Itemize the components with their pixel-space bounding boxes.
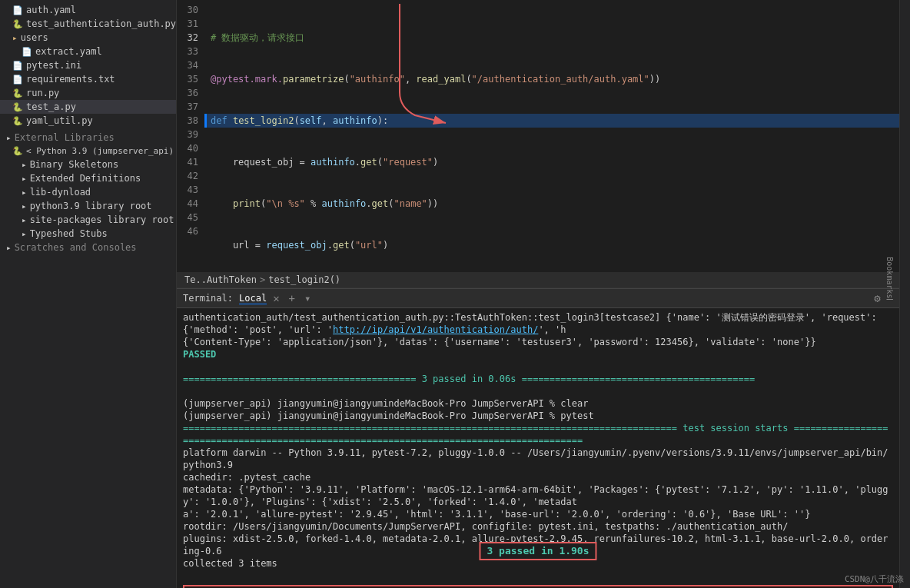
code-lines: # 数据驱动，请求接口 @pytest.mark.parametrize("au… [204,0,899,288]
terminal-passed-1: PASSED [183,348,893,360]
terminal-separator-1: ========================================… [183,373,893,385]
sidebar-right: Bookmarks [899,0,910,588]
terminal-container: Terminal: Local ✕ + ▾ ⚙ — authentication… [177,288,899,588]
sidebar-item-requirements[interactable]: 📄 requirements.txt [0,72,176,86]
sidebar-item-users[interactable]: ▸ users [0,31,176,45]
external-libs-icon: ▸ [6,133,12,143]
sidebar-item-yaml-util[interactable]: 🐍 yaml_util.py [0,114,176,128]
terminal-metadata-1: metadata: {'Python': '3.9.11', 'Platform… [183,483,893,508]
sidebar-item-python39[interactable]: 🐍 < Python 3.9 (jumpserver_api) > /u... [0,145,176,158]
python39-lib-icon: ▸ [22,201,27,211]
terminal-rootdir: rootdir: /Users/jiangyumin/Documents/Jum… [183,520,893,533]
terminal-line: authentication_auth/test_authentication_… [183,311,893,336]
py-file-icon: 🐍 [12,19,23,29]
scratches-icon: ▸ [6,243,12,253]
yaml-file-icon: 📄 [12,5,23,15]
sidebar-item-site-packages[interactable]: ▸ site-packages library root [0,213,176,227]
terminal-settings-icon[interactable]: ⚙ [874,292,880,304]
terminal-highlight-box: authentication_auth/test_authentication_… [183,585,893,588]
add-terminal-button[interactable]: ✕ [273,292,279,304]
sidebar-item-run-py[interactable]: 🐍 run.py [0,86,176,100]
test-a-icon: 🐍 [12,102,23,112]
sidebar-item-typeshed[interactable]: ▸ Typeshed Stubs [0,227,176,241]
bookmarks-label: Bookmarks [885,257,893,298]
terminal-cmd-clear: (jumpserver_api) jiangyumin@jiangyuminde… [183,397,893,410]
terminal-tab-local[interactable]: Local [239,293,267,304]
yaml-util-icon: 🐍 [12,116,23,126]
terminal-session-start: ========================================… [183,422,893,447]
folder-icon: ▸ [12,33,18,43]
breadcrumb: Te..AuthToken > test_login2() [177,272,899,288]
sidebar-item-binary-skeletons[interactable]: ▸ Binary Skeletons [0,158,176,171]
sidebar-item-extract-yaml[interactable]: 📄 extract.yaml [0,45,176,58]
site-packages-icon: ▸ [22,215,27,225]
terminal-cachedir: cachedir: .pytest_cache [183,471,893,483]
sidebar-item-external-libs[interactable]: ▸ External Libraries [0,131,176,145]
split-terminal-button[interactable]: + [289,292,295,304]
terminal-platform: platform darwin -- Python 3.9.11, pytest… [183,447,893,471]
code-editor: 30 31 32 33 34 35 36 37 38 39 40 41 42 4… [177,0,899,288]
terminal-cmd-pytest: (jumpserver_api) jiangyumin@jiangyuminde… [183,410,893,422]
txt-file-icon: 📄 [12,75,23,85]
run-py-icon: 🐍 [12,88,23,98]
terminal-tabs: Terminal: Local ✕ + ▾ [183,292,311,304]
terminal-metadata-2: a': '2.0.1', 'allure-pytest': '2.9.45', … [183,508,893,520]
terminal-dropdown-button[interactable]: ▾ [304,292,311,304]
line-numbers: 30 31 32 33 34 35 36 37 38 39 40 41 42 4… [177,0,204,288]
extended-defs-icon: ▸ [22,174,27,184]
editor-area: 30 31 32 33 34 35 36 37 38 39 40 41 42 4… [177,0,899,588]
passed-badge: 3 passed in 1.90s [479,542,596,560]
terminal-body[interactable]: authentication_auth/test_authentication_… [177,308,899,588]
python-lib-icon: 🐍 [12,146,23,156]
ini-file-icon: 📄 [12,61,23,71]
sidebar-item-test-a-py[interactable]: 🐍 test_a.py [0,100,176,114]
sidebar-item-python39-lib[interactable]: ▸ python3.9 library root [0,199,176,213]
sidebar-item-lib-dynload[interactable]: ▸ lib-dynload [0,185,176,199]
file-tree: 📄 auth.yaml 🐍 test_authentication_auth.p… [0,0,177,588]
sidebar-item-pytest-ini[interactable]: 📄 pytest.ini [0,58,176,72]
sidebar-item-extended-defs[interactable]: ▸ Extended Definitions [0,171,176,185]
lib-dynload-icon: ▸ [22,188,27,198]
yaml-file-icon-2: 📄 [22,47,32,57]
binary-skeletons-icon: ▸ [22,160,27,170]
terminal-line: {'Content-Type': 'application/json'}, 'd… [183,336,893,348]
watermark: CSDN@八千流涤 [845,573,904,585]
sidebar-item-auth-yaml[interactable]: 📄 auth.yaml [0,3,176,17]
terminal-header: Terminal: Local ✕ + ▾ ⚙ — [177,289,899,308]
sidebar-item-test-auth-py[interactable]: 🐍 test_authentication_auth.py [0,17,176,31]
sidebar-item-scratches[interactable]: ▸ Scratches and Consoles [0,241,176,254]
typeshed-icon: ▸ [22,229,27,239]
